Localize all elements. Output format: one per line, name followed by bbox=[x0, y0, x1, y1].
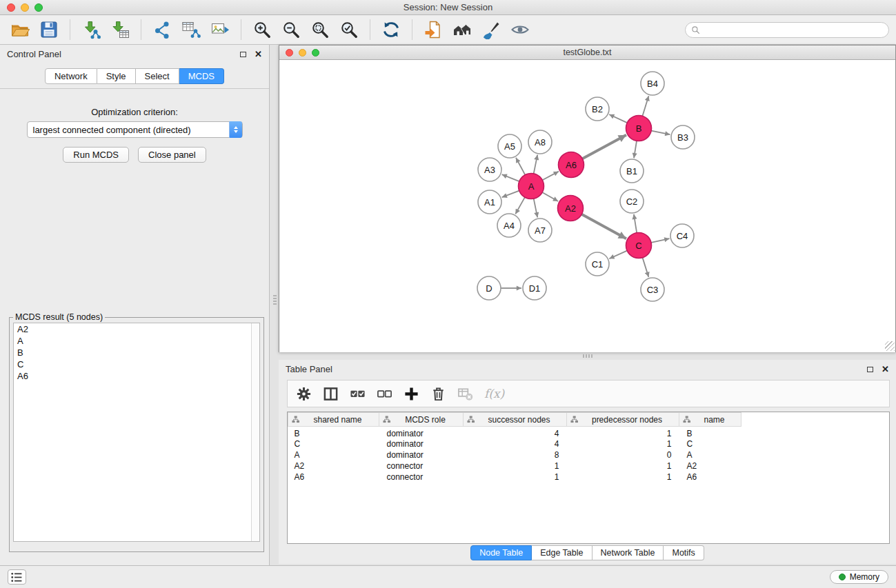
mcds-result-item[interactable]: B bbox=[14, 347, 259, 358]
zoom-network-window-icon[interactable] bbox=[312, 49, 319, 57]
vertical-splitter-handle[interactable] bbox=[273, 295, 277, 305]
export-image-button[interactable] bbox=[206, 19, 235, 41]
tab-select[interactable]: Select bbox=[136, 68, 179, 84]
network-edge-A-A8[interactable] bbox=[534, 155, 538, 174]
mcds-result-item[interactable]: A bbox=[14, 335, 259, 347]
close-panel-button[interactable]: Close panel bbox=[138, 147, 206, 163]
network-edge-B-B1[interactable] bbox=[634, 141, 637, 158]
network-node-A6[interactable]: A6 bbox=[559, 152, 584, 178]
network-node-C4[interactable]: C4 bbox=[670, 224, 694, 247]
search-input[interactable] bbox=[704, 26, 883, 35]
column-header-predecessor-nodes[interactable]: predecessor nodes bbox=[567, 413, 679, 427]
network-edge-A-A1[interactable] bbox=[502, 191, 519, 198]
zoom-in-button[interactable] bbox=[248, 19, 277, 41]
tab-node-table[interactable]: Node Table bbox=[470, 545, 532, 560]
network-node-B2[interactable]: B2 bbox=[586, 97, 609, 121]
zoom-out-button[interactable] bbox=[277, 19, 306, 41]
float-panel-icon[interactable] bbox=[240, 52, 246, 57]
tab-mcds[interactable]: MCDS bbox=[179, 68, 224, 84]
optimization-criterion-select[interactable]: largest connected component (directed) bbox=[27, 121, 243, 138]
network-edge-B-B2[interactable] bbox=[609, 114, 627, 123]
import-network-from-file-button[interactable] bbox=[77, 19, 106, 41]
network-edge-A-A4[interactable] bbox=[515, 197, 525, 214]
zoom-fit-button[interactable] bbox=[306, 19, 335, 41]
network-node-A8[interactable]: A8 bbox=[528, 130, 552, 154]
table-row[interactable]: Bdominator41B bbox=[288, 427, 890, 439]
horizontal-splitter-handle[interactable] bbox=[583, 354, 593, 358]
minimize-window-icon[interactable] bbox=[21, 3, 29, 12]
mcds-result-item[interactable]: C bbox=[14, 358, 259, 370]
network-node-B4[interactable]: B4 bbox=[641, 72, 664, 95]
apply-layout-button[interactable] bbox=[377, 19, 406, 41]
network-edge-C-C4[interactable] bbox=[651, 239, 669, 243]
network-node-B3[interactable]: B3 bbox=[671, 125, 695, 149]
column-header-successor-nodes[interactable]: successor nodes bbox=[464, 413, 567, 427]
network-edge-A-A7[interactable] bbox=[534, 199, 538, 217]
network-node-A4[interactable]: A4 bbox=[497, 214, 521, 237]
column-header-shared-name[interactable]: shared name bbox=[288, 413, 379, 427]
network-edge-A6-B[interactable] bbox=[582, 135, 626, 159]
zoom-selected-button[interactable] bbox=[335, 19, 364, 41]
save-session-button[interactable] bbox=[34, 19, 63, 41]
network-edge-A-A2[interactable] bbox=[542, 192, 558, 201]
column-header-name[interactable]: name bbox=[679, 413, 741, 427]
network-node-D[interactable]: D bbox=[477, 276, 501, 300]
network-node-A2[interactable]: A2 bbox=[558, 196, 584, 221]
network-node-C[interactable]: C bbox=[626, 233, 652, 258]
network-edge-C-C2[interactable] bbox=[634, 214, 637, 233]
network-edge-B-B3[interactable] bbox=[651, 131, 670, 135]
run-mcds-button[interactable]: Run MCDS bbox=[63, 147, 129, 163]
show-columns-button[interactable] bbox=[323, 386, 339, 402]
table-row[interactable]: A6connector11A6 bbox=[288, 472, 890, 483]
mcds-result-item[interactable]: A2 bbox=[14, 323, 259, 335]
network-node-A5[interactable]: A5 bbox=[498, 134, 521, 158]
tab-network[interactable]: Network bbox=[45, 68, 97, 84]
close-network-window-icon[interactable] bbox=[286, 49, 293, 57]
import-table-from-file-button[interactable] bbox=[106, 19, 135, 41]
mcds-result-item[interactable]: A6 bbox=[14, 370, 259, 382]
network-canvas-svg[interactable]: B4B2BB3A8A5A6A3B1AC2A1A2A4A7C4CC1DD1C3 bbox=[279, 60, 895, 352]
network-node-A3[interactable]: A3 bbox=[478, 158, 501, 181]
close-table-panel-icon[interactable]: ✕ bbox=[882, 365, 889, 374]
home-button[interactable] bbox=[448, 19, 477, 41]
network-node-A7[interactable]: A7 bbox=[528, 219, 552, 242]
tab-style[interactable]: Style bbox=[97, 68, 136, 84]
show-panels-button[interactable] bbox=[8, 569, 26, 585]
table-row[interactable]: Cdominator41C bbox=[288, 438, 890, 449]
close-panel-icon[interactable]: ✕ bbox=[255, 50, 262, 59]
network-edge-A-A6[interactable] bbox=[542, 172, 559, 181]
close-window-icon[interactable] bbox=[7, 3, 15, 12]
network-edge-C-C3[interactable] bbox=[643, 258, 649, 277]
minimize-network-window-icon[interactable] bbox=[299, 49, 306, 57]
float-table-panel-icon[interactable] bbox=[867, 367, 873, 372]
delete-table-button[interactable] bbox=[457, 386, 473, 402]
network-from-selection-button[interactable] bbox=[177, 19, 206, 41]
resize-grip-icon[interactable] bbox=[885, 341, 895, 351]
network-node-A[interactable]: A bbox=[519, 174, 544, 199]
new-empty-network-button[interactable] bbox=[148, 19, 177, 41]
network-edge-C-C1[interactable] bbox=[609, 251, 627, 259]
network-node-D1[interactable]: D1 bbox=[523, 276, 546, 300]
network-edge-B-B4[interactable] bbox=[642, 96, 648, 116]
delete-row-button[interactable] bbox=[430, 386, 446, 402]
eye-button[interactable] bbox=[506, 19, 535, 41]
open-session-button[interactable] bbox=[6, 19, 34, 41]
result-list-scrollbar[interactable] bbox=[251, 323, 259, 541]
table-row[interactable]: Adominator80A bbox=[288, 449, 890, 460]
function-builder-button[interactable]: f(x) bbox=[484, 387, 504, 401]
tab-motifs[interactable]: Motifs bbox=[664, 545, 704, 560]
network-node-A1[interactable]: A1 bbox=[478, 190, 501, 214]
table-settings-button[interactable] bbox=[296, 386, 312, 402]
memory-button[interactable]: Memory bbox=[830, 570, 888, 584]
network-node-C1[interactable]: C1 bbox=[586, 252, 609, 276]
search-box[interactable] bbox=[685, 22, 889, 38]
zoom-window-icon[interactable] bbox=[34, 3, 43, 12]
network-node-C2[interactable]: C2 bbox=[620, 190, 644, 213]
tab-network-table[interactable]: Network Table bbox=[593, 545, 664, 560]
network-node-B[interactable]: B bbox=[626, 116, 652, 141]
select-all-button[interactable] bbox=[350, 386, 366, 402]
network-node-C3[interactable]: C3 bbox=[641, 278, 664, 301]
network-edge-A-A3[interactable] bbox=[502, 174, 519, 181]
add-row-button[interactable] bbox=[404, 386, 419, 402]
import-file-button[interactable] bbox=[419, 19, 448, 41]
